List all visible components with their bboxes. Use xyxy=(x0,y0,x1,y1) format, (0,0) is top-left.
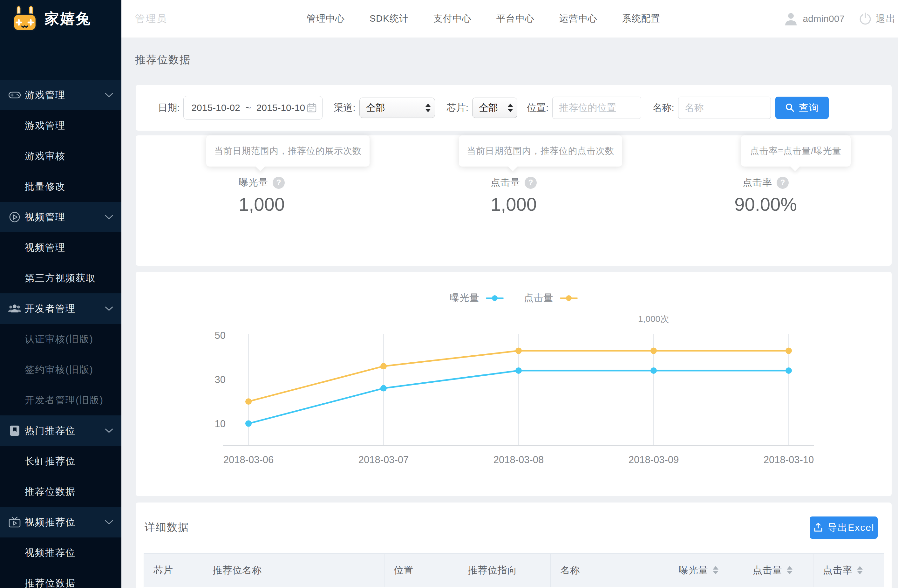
username-text[interactable]: admin007 xyxy=(803,13,845,24)
sidebar-group-developers: 开发者管理 认证审核(旧版) 签约审核(旧版) 开发者管理(旧版) xyxy=(0,293,121,416)
legend-item-clicks[interactable]: 点击量 xyxy=(524,291,578,305)
date-label: 日期: xyxy=(158,102,180,114)
sort-icon[interactable] xyxy=(857,566,863,574)
sidebar-group-label: 游戏管理 xyxy=(25,89,65,102)
nav-pay-center[interactable]: 支付中心 xyxy=(434,12,472,25)
sidebar-item-cert-review-old[interactable]: 认证审核(旧版) xyxy=(0,324,121,354)
sidebar-item-batch-edit[interactable]: 批量修改 xyxy=(0,171,121,202)
user-box: admin007 退出 xyxy=(784,0,896,37)
select-arrows-icon xyxy=(507,104,513,112)
chip-label: 芯片: xyxy=(447,102,468,114)
position-label: 位置: xyxy=(527,102,549,114)
sort-icon[interactable] xyxy=(787,566,792,574)
sidebar-item-video-recommend[interactable]: 视频推荐位 xyxy=(0,537,121,568)
sidebar-group-header-hot-recommend[interactable]: 热门推荐位 xyxy=(0,416,121,446)
column-header-rate-sort[interactable]: 点击率 xyxy=(813,554,884,587)
svg-text:2018-03-08: 2018-03-08 xyxy=(494,454,544,465)
stat-divider xyxy=(387,146,388,233)
chart-panel: 曝光量 点击量 2018-03-062018-03-072018-03-0820… xyxy=(136,272,892,496)
sidebar-item-game-review[interactable]: 游戏审核 xyxy=(0,141,121,171)
logo[interactable]: 家嬉兔 xyxy=(0,0,121,37)
main-content: 推荐位数据 日期: 渠道: 全部 芯片: 全部 位置: 名称: 查询 xyxy=(121,37,898,588)
nav-sdk-stats[interactable]: SDK统计 xyxy=(369,12,409,25)
sidebar-group-label: 视频推荐位 xyxy=(25,516,75,529)
chart-legend: 曝光量 点击量 xyxy=(136,291,892,305)
chip-select-value: 全部 xyxy=(479,102,498,114)
column-header-position: 位置 xyxy=(384,554,458,587)
date-range-value[interactable] xyxy=(191,102,306,114)
top-nav: 管理中心 SDK统计 支付中心 平台中心 运营中心 系统配置 xyxy=(307,0,660,37)
exposure-label: 曝光量 xyxy=(238,176,268,189)
channel-label: 渠道: xyxy=(334,102,355,114)
search-button[interactable]: 查询 xyxy=(775,97,829,119)
help-icon[interactable]: ? xyxy=(273,177,285,189)
chip-select[interactable]: 全部 xyxy=(472,98,517,118)
logout-button[interactable]: 退出 xyxy=(876,12,896,25)
ctr-tooltip: 点击率=点击量/曝光量 xyxy=(741,135,851,166)
details-table: 芯片 推荐位名称 位置 推荐位指向 名称 曝光量 点击量 点击率 xyxy=(144,553,884,588)
legend-item-exposure[interactable]: 曝光量 xyxy=(450,291,504,305)
sidebar-group-video-recommend: 视频推荐位 视频推荐位 推荐位数据 xyxy=(0,507,121,588)
page-title: 推荐位数据 xyxy=(135,53,191,67)
details-panel: 详细数据 导出Excel 芯片 推荐位名称 位置 推荐位指向 名称 曝光量 点击… xyxy=(136,502,892,588)
sidebar-group-header-videos[interactable]: 视频管理 xyxy=(0,202,121,232)
svg-text:50: 50 xyxy=(215,330,226,341)
sidebar-item-video-recommend-data[interactable]: 推荐位数据 xyxy=(0,568,121,588)
sidebar-item-game-manage[interactable]: 游戏管理 xyxy=(0,110,121,141)
chevron-down-icon xyxy=(105,520,113,525)
svg-text:2018-03-10: 2018-03-10 xyxy=(764,454,814,465)
export-excel-label: 导出Excel xyxy=(827,521,874,534)
position-input[interactable] xyxy=(552,97,641,119)
chevron-down-icon xyxy=(105,306,113,311)
svg-text:2018-03-06: 2018-03-06 xyxy=(223,454,274,465)
nav-admin-center[interactable]: 管理中心 xyxy=(307,12,345,25)
clicks-label: 点击量 xyxy=(491,176,520,189)
column-header-clicks-sort[interactable]: 点击量 xyxy=(743,554,813,587)
details-title: 详细数据 xyxy=(145,520,189,535)
sidebar-item-changhong-recommend[interactable]: 长虹推荐位 xyxy=(0,446,121,476)
hot-recommend-icon xyxy=(8,425,21,436)
sidebar-menu: 游戏管理 游戏管理 游戏审核 批量修改 视频管理 xyxy=(0,80,121,588)
top-bar: 管理员 管理中心 SDK统计 支付中心 平台中心 运营中心 系统配置 admin… xyxy=(121,0,898,37)
channel-select[interactable]: 全部 xyxy=(360,98,435,118)
date-range-input[interactable] xyxy=(183,96,323,120)
stats-panel: 曝光量 ? 1,000 点击量 ? 1,000 点击率 ? 90.00% xyxy=(136,135,892,266)
line-chart: 2018-03-062018-03-072018-03-082018-03-09… xyxy=(136,272,892,496)
sidebar-item-sign-review-old[interactable]: 签约审核(旧版) xyxy=(0,354,121,385)
avatar-icon xyxy=(784,11,798,26)
name-label: 名称: xyxy=(652,102,674,114)
help-icon[interactable]: ? xyxy=(777,177,789,189)
sidebar-group-header-developers[interactable]: 开发者管理 xyxy=(0,293,121,324)
video-play-icon xyxy=(8,211,21,223)
nav-platform-center[interactable]: 平台中心 xyxy=(496,12,535,25)
legend-label: 曝光量 xyxy=(450,291,480,305)
sidebar-group-label: 开发者管理 xyxy=(25,302,75,315)
column-header-exposure-sort[interactable]: 曝光量 xyxy=(669,554,743,587)
exposure-value: 1,000 xyxy=(238,194,285,215)
nav-operation-center[interactable]: 运营中心 xyxy=(559,12,597,25)
rabbit-logo-icon xyxy=(9,4,40,33)
sort-icon[interactable] xyxy=(713,566,718,574)
sidebar-item-thirdparty-video[interactable]: 第三方视频获取 xyxy=(0,263,121,293)
brand-name: 家嬉兔 xyxy=(45,9,91,29)
help-icon[interactable]: ? xyxy=(524,177,537,189)
sidebar-group-header-games[interactable]: 游戏管理 xyxy=(0,80,121,110)
developers-icon xyxy=(8,303,21,314)
chevron-down-icon xyxy=(105,214,113,220)
export-excel-button[interactable]: 导出Excel xyxy=(810,517,878,539)
exposure-tooltip: 当前日期范围内，推荐位的展示次数 xyxy=(206,135,369,166)
sidebar-item-recommend-data[interactable]: 推荐位数据 xyxy=(0,476,121,507)
column-header-chip: 芯片 xyxy=(144,554,203,587)
chevron-down-icon xyxy=(105,428,113,433)
sidebar-item-developer-manage-old[interactable]: 开发者管理(旧版) xyxy=(0,385,121,416)
stat-divider xyxy=(640,146,640,233)
legend-marker-icon xyxy=(486,295,504,301)
sidebar-group-header-video-recommend[interactable]: 视频推荐位 xyxy=(0,507,121,537)
svg-text:10: 10 xyxy=(215,418,226,429)
svg-text:2018-03-09: 2018-03-09 xyxy=(629,454,679,465)
nav-system-config[interactable]: 系统配置 xyxy=(622,12,660,25)
name-input[interactable] xyxy=(678,97,771,119)
sidebar-item-video-manage[interactable]: 视频管理 xyxy=(0,232,121,263)
ctr-value: 90.00% xyxy=(734,194,797,215)
sidebar: 家嬉兔 游戏管理 游戏管理 游戏审核 批量修改 xyxy=(0,0,121,588)
